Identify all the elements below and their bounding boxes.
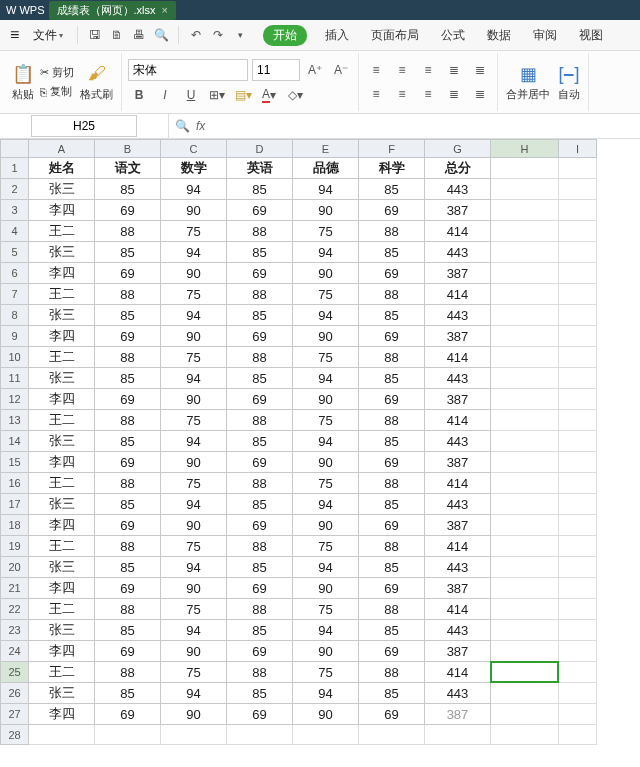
cell[interactable] xyxy=(559,263,597,284)
cell[interactable] xyxy=(491,557,559,578)
row-header[interactable]: 26 xyxy=(1,683,29,704)
data-cell[interactable]: 李四 xyxy=(29,200,95,221)
data-cell[interactable]: 88 xyxy=(359,221,425,242)
data-cell[interactable]: 88 xyxy=(227,284,293,305)
data-cell[interactable]: 69 xyxy=(95,452,161,473)
header-cell[interactable]: 品德 xyxy=(293,158,359,179)
data-cell[interactable]: 90 xyxy=(293,515,359,536)
column-header-I[interactable]: I xyxy=(559,140,597,158)
cell[interactable] xyxy=(491,641,559,662)
data-cell[interactable]: 94 xyxy=(293,557,359,578)
data-cell[interactable]: 李四 xyxy=(29,515,95,536)
cell[interactable] xyxy=(491,305,559,326)
cell[interactable] xyxy=(491,368,559,389)
data-cell[interactable]: 387 xyxy=(425,263,491,284)
row-header[interactable]: 11 xyxy=(1,368,29,389)
cell[interactable] xyxy=(559,599,597,620)
cell[interactable] xyxy=(559,515,597,536)
cell[interactable] xyxy=(293,725,359,745)
data-cell[interactable]: 75 xyxy=(161,536,227,557)
column-header-G[interactable]: G xyxy=(425,140,491,158)
data-cell[interactable]: 90 xyxy=(293,452,359,473)
data-cell[interactable]: 90 xyxy=(161,389,227,410)
data-cell[interactable]: 69 xyxy=(95,515,161,536)
data-cell[interactable]: 90 xyxy=(161,515,227,536)
data-cell[interactable]: 王二 xyxy=(29,284,95,305)
data-cell[interactable]: 414 xyxy=(425,410,491,431)
data-cell[interactable]: 94 xyxy=(161,431,227,452)
data-cell[interactable]: 387 xyxy=(425,326,491,347)
data-cell[interactable]: 88 xyxy=(227,536,293,557)
data-cell[interactable]: 90 xyxy=(293,641,359,662)
data-cell[interactable]: 69 xyxy=(227,452,293,473)
wrap-text-icon[interactable]: ≣ xyxy=(443,84,465,104)
data-cell[interactable]: 88 xyxy=(227,599,293,620)
cell[interactable] xyxy=(559,620,597,641)
cell[interactable] xyxy=(491,599,559,620)
insert-function-icon[interactable]: 🔍 xyxy=(175,119,190,133)
cell[interactable] xyxy=(559,683,597,704)
row-header[interactable]: 10 xyxy=(1,347,29,368)
cell[interactable] xyxy=(559,431,597,452)
spreadsheet-grid[interactable]: ABCDEFGHI 1姓名语文数学英语品德科学总分2张三859485948544… xyxy=(0,139,597,745)
data-cell[interactable]: 443 xyxy=(425,179,491,200)
data-cell[interactable]: 69 xyxy=(227,641,293,662)
redo-icon[interactable]: ↷ xyxy=(209,26,227,44)
data-cell[interactable]: 90 xyxy=(161,704,227,725)
data-cell[interactable]: 94 xyxy=(161,683,227,704)
data-cell[interactable]: 94 xyxy=(161,179,227,200)
data-cell[interactable]: 王二 xyxy=(29,347,95,368)
data-cell[interactable]: 75 xyxy=(293,536,359,557)
data-cell[interactable]: 75 xyxy=(293,284,359,305)
file-menu[interactable]: 文件 ▾ xyxy=(27,25,69,46)
align-middle-icon[interactable]: ≡ xyxy=(391,60,413,80)
document-tab[interactable]: 成绩表（网页）.xlsx × xyxy=(49,1,176,20)
data-cell[interactable]: 414 xyxy=(425,536,491,557)
row-header[interactable]: 6 xyxy=(1,263,29,284)
cell[interactable] xyxy=(559,368,597,389)
row-header[interactable]: 9 xyxy=(1,326,29,347)
row-header[interactable]: 8 xyxy=(1,305,29,326)
data-cell[interactable]: 69 xyxy=(95,389,161,410)
header-cell[interactable]: 姓名 xyxy=(29,158,95,179)
data-cell[interactable]: 69 xyxy=(227,200,293,221)
data-cell[interactable]: 85 xyxy=(227,305,293,326)
sheet-area[interactable]: ABCDEFGHI 1姓名语文数学英语品德科学总分2张三859485948544… xyxy=(0,139,640,767)
cell[interactable] xyxy=(559,242,597,263)
chevron-down-icon[interactable]: ▾ xyxy=(231,26,249,44)
data-cell[interactable]: 85 xyxy=(227,431,293,452)
data-cell[interactable]: 94 xyxy=(293,431,359,452)
data-cell[interactable]: 88 xyxy=(227,221,293,242)
data-cell[interactable]: 387 xyxy=(425,515,491,536)
save-as-icon[interactable]: 🗎 xyxy=(108,26,126,44)
row-header[interactable]: 18 xyxy=(1,515,29,536)
data-cell[interactable]: 85 xyxy=(95,431,161,452)
row-header[interactable]: 24 xyxy=(1,641,29,662)
italic-icon[interactable]: I xyxy=(154,85,176,105)
data-cell[interactable]: 387 xyxy=(425,641,491,662)
undo-icon[interactable]: ↶ xyxy=(187,26,205,44)
data-cell[interactable]: 88 xyxy=(359,410,425,431)
cell[interactable] xyxy=(559,158,597,179)
data-cell[interactable]: 85 xyxy=(359,242,425,263)
cell[interactable] xyxy=(491,263,559,284)
fill-color-icon[interactable]: ▤▾ xyxy=(232,85,254,105)
data-cell[interactable]: 75 xyxy=(293,662,359,683)
fx-icon[interactable]: fx xyxy=(196,119,205,133)
data-cell[interactable]: 69 xyxy=(359,641,425,662)
data-cell[interactable]: 443 xyxy=(425,431,491,452)
data-cell[interactable]: 88 xyxy=(227,662,293,683)
align-top-icon[interactable]: ≡ xyxy=(365,60,387,80)
data-cell[interactable]: 69 xyxy=(359,200,425,221)
data-cell[interactable]: 88 xyxy=(95,473,161,494)
data-cell[interactable]: 88 xyxy=(95,410,161,431)
cell[interactable] xyxy=(559,557,597,578)
align-center-icon[interactable]: ≡ xyxy=(391,84,413,104)
data-cell[interactable]: 李四 xyxy=(29,641,95,662)
cell[interactable] xyxy=(559,704,597,725)
header-cell[interactable]: 数学 xyxy=(161,158,227,179)
data-cell[interactable]: 张三 xyxy=(29,179,95,200)
data-cell[interactable]: 94 xyxy=(293,179,359,200)
data-cell[interactable]: 88 xyxy=(227,347,293,368)
data-cell[interactable]: 443 xyxy=(425,683,491,704)
